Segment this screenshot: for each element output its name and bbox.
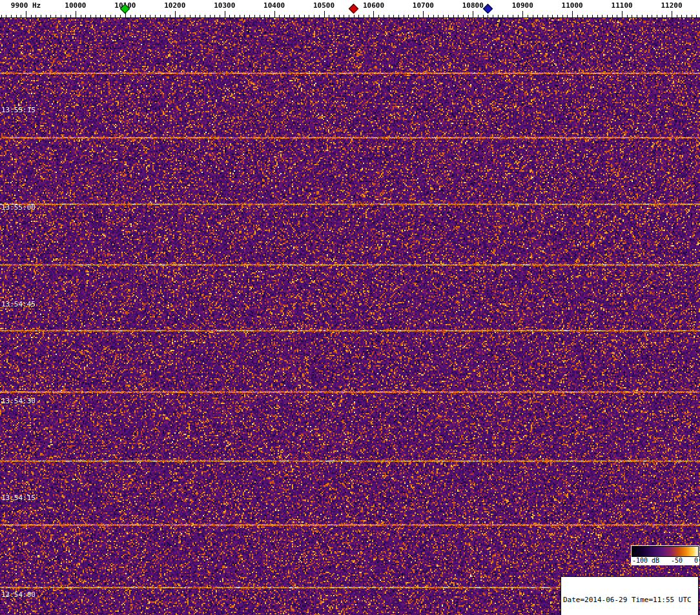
time-label: 13:54:00 [1,591,36,599]
time-label: 13:54:15 [1,494,36,502]
waterfall-canvas[interactable] [0,18,700,615]
amplitude-gradient-bar[interactable] [632,546,699,557]
scale-mid-label: -50 [671,557,683,565]
time-label: 13:55:15 [1,106,36,114]
scale-min-label: -100 dB [632,557,659,565]
scale-max-label: 0 [694,557,698,565]
info-date-time: Date=2014-06-29 Time=11:55 UTC [563,596,696,605]
observation-info-box: Date=2014-06-29 Time=11:55 UTC Freq=143 … [561,576,699,615]
amplitude-scale-labels: -100 dB -50 0 [632,557,699,565]
time-label: 13:55:00 [1,204,36,212]
time-label: 13:54:30 [1,398,36,405]
amplitude-scale-panel: -100 dB -50 0 [631,545,699,565]
time-label: 13:54:45 [1,301,36,308]
spectrum-waterfall-display: 13:55:1513:55:0013:54:4513:54:3013:54:15… [0,0,700,615]
